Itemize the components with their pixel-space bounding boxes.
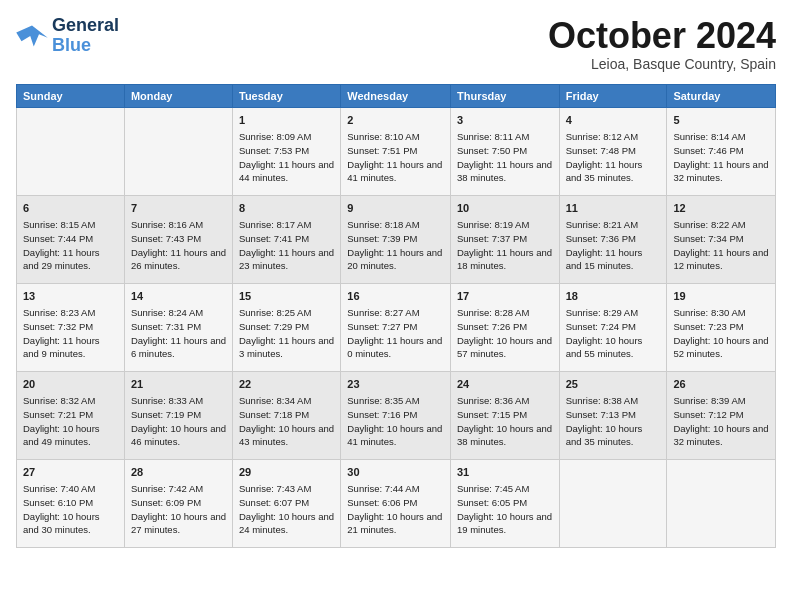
- day-number: 19: [673, 289, 769, 304]
- day-number: 2: [347, 113, 444, 128]
- day-number: 9: [347, 201, 444, 216]
- calendar-cell: 17Sunrise: 8:28 AMSunset: 7:26 PMDayligh…: [450, 283, 559, 371]
- day-info: Sunrise: 8:22 AMSunset: 7:34 PMDaylight:…: [673, 218, 769, 273]
- day-info: Sunrise: 8:29 AMSunset: 7:24 PMDaylight:…: [566, 306, 661, 361]
- day-info: Sunrise: 8:39 AMSunset: 7:12 PMDaylight:…: [673, 394, 769, 449]
- day-info: Sunrise: 7:42 AMSunset: 6:09 PMDaylight:…: [131, 482, 226, 537]
- day-info: Sunrise: 8:38 AMSunset: 7:13 PMDaylight:…: [566, 394, 661, 449]
- calendar-cell: 9Sunrise: 8:18 AMSunset: 7:39 PMDaylight…: [341, 195, 451, 283]
- day-info: Sunrise: 7:44 AMSunset: 6:06 PMDaylight:…: [347, 482, 444, 537]
- day-info: Sunrise: 7:45 AMSunset: 6:05 PMDaylight:…: [457, 482, 553, 537]
- day-info: Sunrise: 8:24 AMSunset: 7:31 PMDaylight:…: [131, 306, 226, 361]
- day-info: Sunrise: 8:25 AMSunset: 7:29 PMDaylight:…: [239, 306, 334, 361]
- day-info: Sunrise: 8:21 AMSunset: 7:36 PMDaylight:…: [566, 218, 661, 273]
- day-number: 24: [457, 377, 553, 392]
- day-info: Sunrise: 8:18 AMSunset: 7:39 PMDaylight:…: [347, 218, 444, 273]
- calendar-cell: 12Sunrise: 8:22 AMSunset: 7:34 PMDayligh…: [667, 195, 776, 283]
- day-info: Sunrise: 8:14 AMSunset: 7:46 PMDaylight:…: [673, 130, 769, 185]
- calendar-cell: 13Sunrise: 8:23 AMSunset: 7:32 PMDayligh…: [17, 283, 125, 371]
- day-number: 8: [239, 201, 334, 216]
- calendar-cell: [124, 107, 232, 195]
- calendar-cell: 28Sunrise: 7:42 AMSunset: 6:09 PMDayligh…: [124, 459, 232, 547]
- day-number: 26: [673, 377, 769, 392]
- calendar-cell: 15Sunrise: 8:25 AMSunset: 7:29 PMDayligh…: [233, 283, 341, 371]
- day-info: Sunrise: 7:43 AMSunset: 6:07 PMDaylight:…: [239, 482, 334, 537]
- calendar-cell: 29Sunrise: 7:43 AMSunset: 6:07 PMDayligh…: [233, 459, 341, 547]
- day-number: 23: [347, 377, 444, 392]
- logo: General Blue: [16, 16, 119, 56]
- day-number: 18: [566, 289, 661, 304]
- day-number: 29: [239, 465, 334, 480]
- calendar-cell: 20Sunrise: 8:32 AMSunset: 7:21 PMDayligh…: [17, 371, 125, 459]
- day-info: Sunrise: 8:19 AMSunset: 7:37 PMDaylight:…: [457, 218, 553, 273]
- week-row-3: 13Sunrise: 8:23 AMSunset: 7:32 PMDayligh…: [17, 283, 776, 371]
- day-info: Sunrise: 8:36 AMSunset: 7:15 PMDaylight:…: [457, 394, 553, 449]
- day-info: Sunrise: 8:17 AMSunset: 7:41 PMDaylight:…: [239, 218, 334, 273]
- week-row-2: 6Sunrise: 8:15 AMSunset: 7:44 PMDaylight…: [17, 195, 776, 283]
- day-info: Sunrise: 7:40 AMSunset: 6:10 PMDaylight:…: [23, 482, 118, 537]
- calendar-cell: 11Sunrise: 8:21 AMSunset: 7:36 PMDayligh…: [559, 195, 667, 283]
- day-number: 16: [347, 289, 444, 304]
- calendar-cell: 22Sunrise: 8:34 AMSunset: 7:18 PMDayligh…: [233, 371, 341, 459]
- calendar-cell: 10Sunrise: 8:19 AMSunset: 7:37 PMDayligh…: [450, 195, 559, 283]
- header: General Blue October 2024 Leioa, Basque …: [16, 16, 776, 72]
- calendar-cell: 21Sunrise: 8:33 AMSunset: 7:19 PMDayligh…: [124, 371, 232, 459]
- calendar-cell: [17, 107, 125, 195]
- calendar-cell: 2Sunrise: 8:10 AMSunset: 7:51 PMDaylight…: [341, 107, 451, 195]
- day-number: 7: [131, 201, 226, 216]
- calendar-cell: 8Sunrise: 8:17 AMSunset: 7:41 PMDaylight…: [233, 195, 341, 283]
- day-info: Sunrise: 8:15 AMSunset: 7:44 PMDaylight:…: [23, 218, 118, 273]
- day-number: 15: [239, 289, 334, 304]
- header-cell-monday: Monday: [124, 84, 232, 107]
- day-info: Sunrise: 8:10 AMSunset: 7:51 PMDaylight:…: [347, 130, 444, 185]
- day-number: 27: [23, 465, 118, 480]
- calendar-cell: [559, 459, 667, 547]
- day-info: Sunrise: 8:35 AMSunset: 7:16 PMDaylight:…: [347, 394, 444, 449]
- calendar-cell: 24Sunrise: 8:36 AMSunset: 7:15 PMDayligh…: [450, 371, 559, 459]
- calendar-header: SundayMondayTuesdayWednesdayThursdayFrid…: [17, 84, 776, 107]
- day-info: Sunrise: 8:34 AMSunset: 7:18 PMDaylight:…: [239, 394, 334, 449]
- calendar-cell: 26Sunrise: 8:39 AMSunset: 7:12 PMDayligh…: [667, 371, 776, 459]
- day-info: Sunrise: 8:11 AMSunset: 7:50 PMDaylight:…: [457, 130, 553, 185]
- day-number: 31: [457, 465, 553, 480]
- day-info: Sunrise: 8:16 AMSunset: 7:43 PMDaylight:…: [131, 218, 226, 273]
- month-title: October 2024: [548, 16, 776, 56]
- calendar-cell: 7Sunrise: 8:16 AMSunset: 7:43 PMDaylight…: [124, 195, 232, 283]
- header-cell-tuesday: Tuesday: [233, 84, 341, 107]
- day-info: Sunrise: 8:33 AMSunset: 7:19 PMDaylight:…: [131, 394, 226, 449]
- calendar-cell: 16Sunrise: 8:27 AMSunset: 7:27 PMDayligh…: [341, 283, 451, 371]
- calendar-cell: 23Sunrise: 8:35 AMSunset: 7:16 PMDayligh…: [341, 371, 451, 459]
- day-number: 11: [566, 201, 661, 216]
- calendar-cell: 1Sunrise: 8:09 AMSunset: 7:53 PMDaylight…: [233, 107, 341, 195]
- header-cell-friday: Friday: [559, 84, 667, 107]
- day-number: 14: [131, 289, 226, 304]
- day-number: 17: [457, 289, 553, 304]
- day-number: 1: [239, 113, 334, 128]
- header-cell-wednesday: Wednesday: [341, 84, 451, 107]
- calendar-body: 1Sunrise: 8:09 AMSunset: 7:53 PMDaylight…: [17, 107, 776, 547]
- calendar-cell: 19Sunrise: 8:30 AMSunset: 7:23 PMDayligh…: [667, 283, 776, 371]
- day-info: Sunrise: 8:23 AMSunset: 7:32 PMDaylight:…: [23, 306, 118, 361]
- svg-marker-0: [16, 25, 48, 46]
- day-number: 13: [23, 289, 118, 304]
- calendar-cell: 14Sunrise: 8:24 AMSunset: 7:31 PMDayligh…: [124, 283, 232, 371]
- day-number: 5: [673, 113, 769, 128]
- day-number: 4: [566, 113, 661, 128]
- calendar-cell: 18Sunrise: 8:29 AMSunset: 7:24 PMDayligh…: [559, 283, 667, 371]
- calendar-cell: 27Sunrise: 7:40 AMSunset: 6:10 PMDayligh…: [17, 459, 125, 547]
- week-row-1: 1Sunrise: 8:09 AMSunset: 7:53 PMDaylight…: [17, 107, 776, 195]
- day-info: Sunrise: 8:28 AMSunset: 7:26 PMDaylight:…: [457, 306, 553, 361]
- calendar-table: SundayMondayTuesdayWednesdayThursdayFrid…: [16, 84, 776, 548]
- header-cell-thursday: Thursday: [450, 84, 559, 107]
- week-row-5: 27Sunrise: 7:40 AMSunset: 6:10 PMDayligh…: [17, 459, 776, 547]
- calendar-cell: 25Sunrise: 8:38 AMSunset: 7:13 PMDayligh…: [559, 371, 667, 459]
- calendar-cell: 6Sunrise: 8:15 AMSunset: 7:44 PMDaylight…: [17, 195, 125, 283]
- day-number: 20: [23, 377, 118, 392]
- day-number: 28: [131, 465, 226, 480]
- day-number: 3: [457, 113, 553, 128]
- header-cell-saturday: Saturday: [667, 84, 776, 107]
- day-number: 21: [131, 377, 226, 392]
- day-info: Sunrise: 8:27 AMSunset: 7:27 PMDaylight:…: [347, 306, 444, 361]
- calendar-cell: 31Sunrise: 7:45 AMSunset: 6:05 PMDayligh…: [450, 459, 559, 547]
- logo-line2: Blue: [52, 36, 119, 56]
